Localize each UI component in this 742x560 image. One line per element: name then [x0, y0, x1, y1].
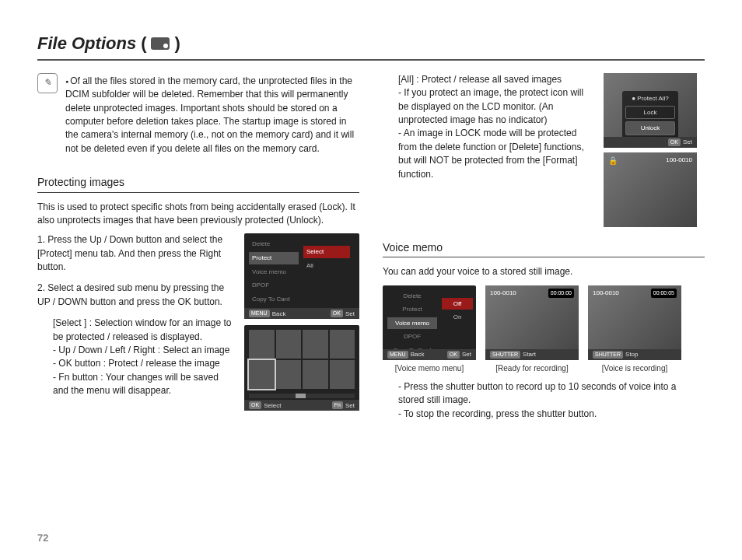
caption-ready: [Ready for recording]: [485, 363, 579, 375]
thumbnail: [276, 330, 302, 359]
key-ok: OK: [331, 310, 343, 317]
menu-list: Delete Protect Voice memo DPOF Copy To C…: [387, 290, 437, 346]
menu-item: Voice memo: [249, 266, 299, 278]
right-column: ● Protect All? Lock Unlock OKSet 🔒 100-0…: [383, 73, 705, 421]
thumbnail: [330, 330, 355, 359]
section-voice-memo: Voice memo: [383, 240, 705, 257]
left-column: ✎ Of all the files stored in the memory …: [37, 73, 359, 421]
thumbnail: [303, 330, 328, 359]
menu-item: Delete: [249, 238, 299, 250]
paren-open: (: [141, 31, 146, 56]
submenu: Off On: [442, 298, 473, 324]
foot-start: Start: [523, 350, 536, 359]
caption-voice-menu: [Voice memo menu]: [383, 363, 476, 375]
foot-set: Set: [345, 401, 355, 411]
submenu-item: Off: [442, 298, 473, 310]
lcd-locked-photo: 🔒 100-0010: [604, 152, 697, 227]
note-text: Of all the files stored in the memory ca…: [65, 73, 359, 156]
thumbnail: [303, 360, 328, 389]
paren-close: ): [174, 31, 180, 56]
voice-intro: You can add your voice to a stored still…: [383, 265, 705, 278]
protect-intro: This is used to protect specific shots f…: [37, 201, 359, 228]
menu-list: Delete Protect Voice memo DPOF Copy To C…: [249, 238, 299, 305]
foot-set: Set: [683, 138, 692, 147]
osd-timer: 00:00:00: [548, 289, 574, 298]
foot-set: Set: [345, 310, 355, 319]
lcd-footer: MENUBack OKSet: [244, 308, 359, 319]
menu-item: DPOF: [387, 331, 437, 343]
thumbnail: [330, 360, 355, 389]
lcd-protect-all-popup: ● Protect All? Lock Unlock OKSet: [604, 73, 697, 148]
note-box: ✎ Of all the files stored in the memory …: [37, 73, 359, 156]
foot-back: Back: [411, 350, 425, 359]
lcd-ready-record: 100-0010 00:00:00 SHUTTERStart: [485, 285, 579, 360]
page-title: File Options: [37, 31, 136, 56]
popup-title: Protect All?: [637, 95, 668, 102]
key-shutter: SHUTTER: [593, 351, 623, 359]
osd-filecount: 100-0010: [490, 289, 516, 298]
key-ok: OK: [249, 401, 261, 409]
submenu: Select All: [303, 246, 350, 271]
right-stack: ● Protect All? Lock Unlock OKSet 🔒 100-0…: [604, 73, 705, 227]
lock-icon: 🔒: [608, 156, 618, 167]
lcd-voice-menu: Delete Protect Voice memo DPOF Copy To C…: [383, 285, 476, 360]
voice-bullet-2: - To stop the recording, press the shutt…: [398, 408, 705, 421]
osd-filecount: 100-0010: [593, 289, 619, 298]
menu-item: Protect: [387, 303, 437, 316]
submenu-item: All: [303, 260, 350, 272]
page-number: 72: [37, 531, 48, 546]
key-shutter: SHUTTER: [490, 351, 520, 359]
pencil-note-icon: ✎: [37, 73, 58, 93]
popup-unlock: Unlock: [625, 121, 675, 135]
foot-set: Set: [462, 350, 471, 359]
submenu-item: Select: [303, 246, 350, 258]
foot-back: Back: [272, 310, 286, 319]
section-protecting-images: Protecting images: [37, 174, 359, 192]
key-menu: MENU: [249, 310, 270, 317]
menu-item: Copy To Card: [249, 293, 299, 306]
caption-recording: [Voice is recording]: [588, 363, 681, 375]
key-ok: OK: [447, 351, 460, 359]
osd-timer: 00:00:05: [651, 289, 677, 298]
popup-lock: Lock: [625, 106, 675, 120]
lcd-footer: OKSet: [604, 137, 697, 148]
thumbnail: [276, 360, 302, 389]
thumbnail: [249, 360, 275, 389]
lcd-recording: 100-0010 00:00:05 SHUTTERStop: [588, 285, 681, 360]
menu-item: DPOF: [249, 279, 299, 292]
voice-bullet-1: - Press the shutter button to record up …: [398, 380, 705, 408]
thumbnail-grid: [249, 330, 355, 389]
lcd-thumb-grid: OKSelect FnSet: [244, 325, 359, 411]
menu-item: Protect: [249, 252, 299, 264]
lcd-footer: SHUTTERStop: [588, 349, 681, 360]
voice-shots-row: Delete Protect Voice memo DPOF Copy To C…: [383, 285, 705, 375]
menu-item: Voice memo: [387, 317, 437, 330]
lcd-protect-menu: Delete Protect Voice memo DPOF Copy To C…: [244, 233, 359, 319]
osd-filecount: 100-0010: [666, 156, 692, 165]
popup: ● Protect All? Lock Unlock: [622, 91, 678, 138]
foot-select: Select: [264, 401, 281, 411]
lcd-footer: OKSelect FnSet: [244, 400, 359, 411]
page-title-row: File Options ( ): [37, 31, 705, 61]
scrollbar: [249, 394, 355, 398]
thumbnail: [249, 330, 275, 359]
lcd-footer: MENUBack OKSet: [383, 349, 476, 360]
camera-mode-icon: [151, 37, 170, 50]
key-ok: OK: [668, 138, 681, 146]
submenu-item: On: [442, 311, 473, 324]
lcd-footer: SHUTTERStart: [485, 349, 579, 360]
menu-item: Delete: [387, 290, 437, 303]
key-menu: MENU: [387, 351, 408, 359]
key-fn: Fn: [332, 401, 343, 409]
foot-stop: Stop: [625, 350, 638, 359]
